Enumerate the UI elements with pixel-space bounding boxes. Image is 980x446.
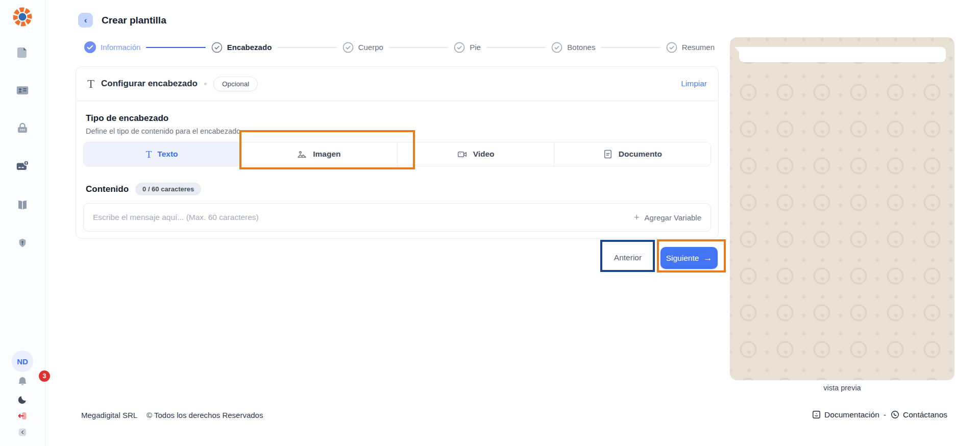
footer-copyright: © Todos los derechos Reservados xyxy=(146,411,263,419)
payment-card-icon xyxy=(16,159,30,173)
step-resumen[interactable]: Resumen xyxy=(666,42,715,53)
contact-link[interactable]: Contáctanos xyxy=(890,410,947,419)
tab-label: Imagen xyxy=(313,150,340,159)
character-counter-badge: 0 / 60 caracteres xyxy=(135,183,201,195)
documentation-link[interactable]: Documentación xyxy=(812,410,879,419)
clear-link[interactable]: Limpiar xyxy=(681,79,707,88)
step-connector xyxy=(601,47,660,48)
sidebar-item-documents[interactable] xyxy=(16,46,30,60)
step-check-outline-icon xyxy=(211,42,223,53)
tab-texto[interactable]: T Texto xyxy=(84,142,240,166)
notifications-button[interactable]: 3 xyxy=(0,375,45,387)
tab-label: Texto xyxy=(157,150,178,159)
tab-label: Documento xyxy=(619,150,662,159)
message-input[interactable] xyxy=(93,213,634,222)
step-label: Pie xyxy=(470,43,481,52)
dot-separator xyxy=(204,83,207,85)
sidebar-item-security[interactable] xyxy=(16,121,30,135)
tab-documento[interactable]: Documento xyxy=(554,142,710,166)
sidebar-item-contacts[interactable] xyxy=(16,84,30,97)
logout-button[interactable] xyxy=(16,410,29,422)
step-connector xyxy=(389,47,448,48)
type-section-title: Tipo de encabezado xyxy=(83,113,711,123)
image-icon xyxy=(297,149,307,160)
step-encabezado[interactable]: Encabezado xyxy=(211,42,272,53)
dark-mode-toggle[interactable] xyxy=(17,394,28,405)
card-header: T Configurar encabezado Opcional Limpiar xyxy=(76,67,718,101)
footer-right: Documentación - Contáctanos xyxy=(812,410,947,419)
collapse-sidebar-icon xyxy=(17,427,28,438)
message-bubble xyxy=(739,47,946,62)
step-label: Botones xyxy=(567,43,595,52)
brand-logo-icon xyxy=(11,5,34,29)
tab-video[interactable]: Video xyxy=(397,142,554,166)
footer-left: Megadigital SRL © Todos los derechos Res… xyxy=(81,411,263,419)
text-type-icon: T xyxy=(146,150,152,159)
video-icon xyxy=(457,149,468,160)
step-connector xyxy=(277,47,336,48)
previous-button[interactable]: Anterior xyxy=(604,246,651,269)
add-variable-button[interactable]: + Agregar Variable xyxy=(634,213,701,222)
step-check-outline-icon xyxy=(454,42,465,53)
tab-imagen[interactable]: Imagen xyxy=(240,142,397,166)
step-pie[interactable]: Pie xyxy=(454,42,481,53)
sidebar: ND 3 xyxy=(0,0,45,446)
tab-label: Video xyxy=(473,150,495,159)
step-label: Cuerpo xyxy=(358,43,383,52)
app-screen: ND 3 ‹ Crear plantilla xyxy=(0,0,980,446)
step-check-outline-icon xyxy=(551,42,562,53)
step-connector xyxy=(486,47,546,48)
message-input-container: + Agregar Variable xyxy=(83,203,711,232)
contact-label: Contáctanos xyxy=(903,410,947,419)
avatar-initials: ND xyxy=(12,351,33,372)
documentation-label: Documentación xyxy=(824,410,879,419)
optional-badge: Opcional xyxy=(213,77,258,91)
step-label: Encabezado xyxy=(227,43,272,52)
preview-caption: vista previa xyxy=(730,384,954,392)
card-body: Tipo de encabezado Define el tipo de con… xyxy=(76,101,718,232)
sidebar-item-payments[interactable] xyxy=(16,159,30,173)
step-label: Información xyxy=(101,43,140,52)
contact-card-icon xyxy=(16,84,30,97)
previous-button-label: Anterior xyxy=(614,253,642,262)
stepper: Información Encabezado Cuerpo Pie xyxy=(84,41,715,53)
moon-icon xyxy=(17,394,28,405)
step-botones[interactable]: Botones xyxy=(551,42,595,53)
step-connector xyxy=(146,47,205,48)
plus-icon: + xyxy=(634,213,640,222)
type-section-subtitle: Define el tipo de contenido para el enca… xyxy=(83,127,711,135)
step-label: Resumen xyxy=(682,43,715,52)
collapse-sidebar-button[interactable] xyxy=(17,427,28,438)
whatsapp-preview-panel xyxy=(730,37,954,380)
content-section-header: Contenido 0 / 60 caracteres xyxy=(83,183,711,195)
catalog-book-icon xyxy=(16,199,30,212)
footer-company: Megadigital SRL xyxy=(81,411,137,419)
brand-logo xyxy=(11,5,34,29)
step-check-outline-icon xyxy=(342,42,354,53)
whatsapp-phone-icon xyxy=(890,410,900,419)
user-avatar[interactable]: ND xyxy=(12,351,33,372)
step-informacion[interactable]: Información xyxy=(84,41,140,53)
notification-badge: 3 xyxy=(39,370,50,382)
document-icon xyxy=(603,149,613,159)
logout-icon xyxy=(16,410,29,422)
next-button[interactable]: Siguiente → xyxy=(660,247,718,269)
text-type-icon: T xyxy=(87,78,94,90)
sidebar-item-privacy[interactable] xyxy=(17,237,28,249)
sidebar-item-catalog[interactable] xyxy=(16,199,30,212)
documentation-icon xyxy=(812,410,821,419)
bell-icon xyxy=(16,375,29,387)
documents-icon xyxy=(16,46,30,60)
card-title: Configurar encabezado xyxy=(101,79,198,89)
back-chevron-icon: ‹ xyxy=(84,15,87,26)
next-button-label: Siguiente xyxy=(666,254,699,263)
privacy-shield-icon xyxy=(17,237,28,249)
lock-icon xyxy=(16,121,30,135)
back-button[interactable]: ‹ xyxy=(78,13,93,28)
arrow-right-icon: → xyxy=(703,254,712,262)
step-cuerpo[interactable]: Cuerpo xyxy=(342,42,383,53)
add-variable-label: Agregar Variable xyxy=(645,213,701,222)
step-check-done-icon xyxy=(84,41,96,53)
header-config-card: T Configurar encabezado Opcional Limpiar… xyxy=(76,66,719,239)
footer-separator: - xyxy=(884,410,886,419)
